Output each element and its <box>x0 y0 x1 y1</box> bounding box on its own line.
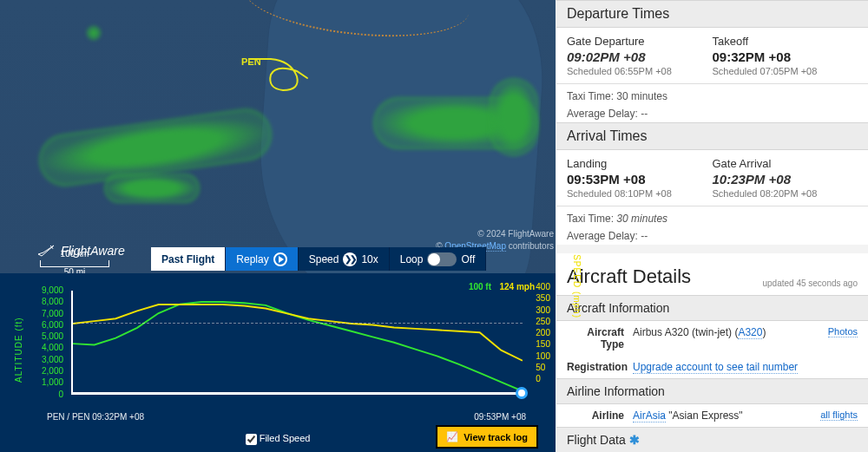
photos-link[interactable]: Photos <box>828 326 858 337</box>
replay-button[interactable]: Replay <box>226 247 298 271</box>
upgrade-link[interactable]: Upgrade account to see tail number <box>633 361 798 374</box>
scrubber-handle[interactable] <box>516 387 528 399</box>
weather-blob <box>490 78 538 156</box>
takeoff: Takeoff 09:32PM +08 Scheduled 07:05PM +0… <box>713 35 858 76</box>
arr-taxi-time: Taxi Time: 30 minutes <box>556 210 868 227</box>
view-track-log-button[interactable]: View track log <box>436 425 538 449</box>
aircraft-type-link[interactable]: A320 <box>738 326 762 339</box>
details-panel: Departure Times Gate Departure 09:02PM +… <box>556 0 868 452</box>
gear-icon[interactable] <box>629 433 640 447</box>
airport-label: PEN <box>241 56 261 67</box>
y-right-title: SPEED (mph) <box>572 254 582 318</box>
speed-button[interactable]: Speed10x <box>299 247 390 271</box>
loop-toggle[interactable]: LoopOff <box>390 247 487 271</box>
chart-x-end: 09:53PM +08 <box>474 412 526 422</box>
departure-times-header: Departure Times <box>556 0 868 28</box>
filed-speed-checkbox[interactable] <box>246 434 257 445</box>
landing: Landing 09:53PM +08 Scheduled 08:10PM +0… <box>567 157 713 199</box>
airline-link[interactable]: AirAsia <box>633 409 666 423</box>
weather-blob <box>87 26 101 40</box>
y-right-ticks: 400350300250200150100500 <box>536 282 550 386</box>
chart-x-start: PEN / PEN 09:32PM +08 <box>47 412 144 422</box>
flight-data-header: Flight Data <box>556 427 868 452</box>
flight-map[interactable]: PEN FlightAware 100 km 50 mi © 2024 Flig… <box>0 0 556 273</box>
altitude-speed-chart: ALTITUDE (ft) SPEED (mph) 9,0008,0007,00… <box>0 273 556 452</box>
dep-avg-delay: Average Delay: -- <box>556 105 868 122</box>
play-icon <box>273 252 287 266</box>
aircraft-type-row: Aircraft Type Airbus A320 (twin-jet) (A3… <box>556 321 868 356</box>
chart-plot-area[interactable] <box>71 291 523 395</box>
chart-lines <box>73 291 523 392</box>
fast-forward-icon <box>343 252 357 266</box>
dep-taxi-time: Taxi Time: 30 minutes <box>556 88 868 105</box>
map-scale: 100 km 50 mi <box>40 249 109 273</box>
y-left-ticks: 9,0008,0007,0006,0005,0004,0003,0002,000… <box>42 285 63 401</box>
all-flights-link[interactable]: all flights <box>820 409 858 421</box>
arrival-times-header: Arrival Times <box>556 122 868 150</box>
past-flight-tab[interactable]: Past Flight <box>151 247 226 271</box>
y-left-title: ALTITUDE (ft) <box>14 317 23 383</box>
airline-info-header: Airline Information <box>556 378 868 404</box>
toggle-off-icon <box>427 252 457 266</box>
filed-speed-line <box>73 323 523 324</box>
weather-blob <box>104 174 200 203</box>
graph-icon <box>446 431 458 442</box>
gate-arrival: Gate Arrival 10:23PM +08 Scheduled 08:20… <box>713 157 858 199</box>
updated-ago: updated 45 seconds ago <box>762 278 858 288</box>
replay-controls: Past Flight Replay Speed10x LoopOff <box>151 247 486 271</box>
arr-avg-delay: Average Delay: -- <box>556 227 868 245</box>
gate-departure: Gate Departure 09:02PM +08 Scheduled 06:… <box>567 35 713 76</box>
aircraft-info-header: Aircraft Information <box>556 295 868 321</box>
airline-row: Airline AirAsia "Asian Express" all flig… <box>556 404 868 427</box>
aircraft-details-title: Aircraft Details updated 45 seconds ago <box>556 245 868 295</box>
registration-row: Registration Upgrade account to see tail… <box>556 356 868 378</box>
